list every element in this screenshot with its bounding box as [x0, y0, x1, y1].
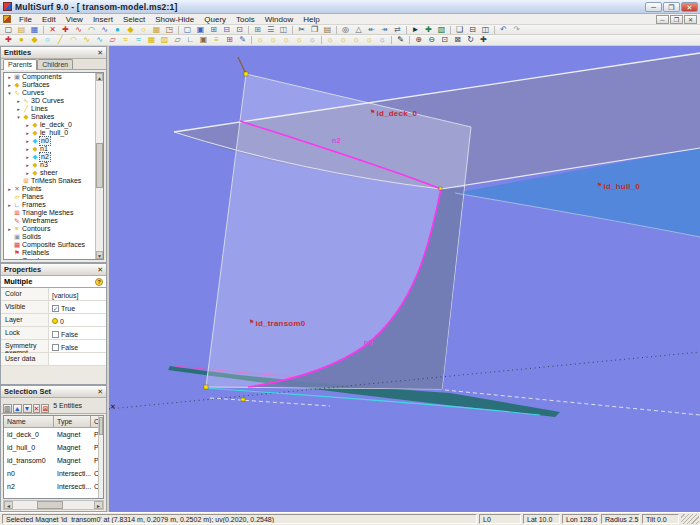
mesh-entity-icon[interactable]: ⊞	[223, 35, 236, 45]
scroll-down-icon[interactable]: ▼	[96, 251, 103, 259]
help-icon[interactable]: ?	[95, 278, 103, 286]
tree-item-lines[interactable]: ▸╱Lines	[4, 105, 103, 113]
trim-surface-icon[interactable]: ◳	[163, 25, 176, 35]
select-pointer-icon[interactable]: ►	[409, 25, 422, 35]
expander-icon[interactable]: ▸	[15, 97, 22, 105]
expander-icon[interactable]: ▸	[6, 201, 13, 209]
visibility-invert-icon[interactable]: ☼	[350, 35, 363, 45]
selection-row-n2[interactable]: n2Intersecti...C	[4, 480, 103, 493]
magnet-point[interactable]	[439, 187, 442, 190]
menu-select[interactable]: Select	[118, 15, 150, 24]
tree-item-trimesh-snakes[interactable]: ⊞TriMesh Snakes	[4, 177, 103, 185]
tree-item-n0[interactable]: ▸◆n0	[4, 137, 103, 145]
property-value[interactable]: [various]	[49, 288, 106, 300]
visibility-layers-icon[interactable]: ☼	[363, 35, 376, 45]
visibility-one-icon[interactable]: ☼	[337, 35, 350, 45]
property-value[interactable]: False	[49, 340, 106, 352]
expander-icon[interactable]: ▸	[24, 145, 31, 153]
column-header-name[interactable]: Name	[4, 416, 54, 428]
expander-icon[interactable]: ▾	[6, 89, 13, 97]
visibility-all-icon[interactable]: ☼	[324, 35, 337, 45]
expander-icon[interactable]: ▸	[6, 81, 13, 89]
menu-query[interactable]: Query	[199, 15, 231, 24]
tab-children[interactable]: Children	[37, 59, 73, 69]
selection-row-id_transom0[interactable]: id_transom0MagnetP	[4, 454, 103, 467]
edit-curve-icon[interactable]: ∿	[72, 25, 85, 35]
menu-show-hide[interactable]: Show-Hide	[150, 15, 199, 24]
window-cascade-icon[interactable]: ❏	[453, 25, 466, 35]
rotate-view-icon[interactable]: △	[352, 25, 365, 35]
selection-remove-icon[interactable]: ✕	[33, 404, 41, 413]
selection-row-n0[interactable]: n0Intersecti...C	[4, 467, 103, 480]
close-button[interactable]: ✕	[681, 2, 698, 12]
expander-icon[interactable]: ▸	[24, 169, 31, 177]
swap-view-icon[interactable]: ⇄	[391, 25, 404, 35]
property-value[interactable]: False	[49, 327, 106, 339]
refit-curve-icon[interactable]: ∿	[98, 25, 111, 35]
ring-entity-icon[interactable]: ○	[41, 35, 54, 45]
minimize-button[interactable]: ─	[645, 2, 662, 12]
property-value[interactable]: ✓True	[49, 301, 106, 313]
bead-entity-icon[interactable]: ●	[15, 35, 28, 45]
checkbox-unchecked-icon[interactable]	[52, 331, 59, 338]
magnet-point[interactable]	[241, 398, 245, 401]
menu-edit[interactable]: Edit	[37, 15, 61, 24]
menu-help[interactable]: Help	[298, 15, 324, 24]
tree-item-relabels[interactable]: ⚑Relabels	[4, 249, 103, 257]
close-icon[interactable]: ✕	[97, 388, 103, 396]
selection-clear-all-icon[interactable]: ⊠	[41, 404, 49, 413]
tree-item-3d-curves[interactable]: ▸∿3D Curves	[4, 97, 103, 105]
bead-tool-icon[interactable]: ●	[111, 25, 124, 35]
plane-entity-icon[interactable]: ▱	[171, 35, 184, 45]
magnet-entity-icon[interactable]: ◆	[28, 35, 41, 45]
corner-point[interactable]	[204, 385, 208, 389]
entities-tree-scrollbar[interactable]: ▲ ▼	[95, 73, 103, 259]
center-view-icon[interactable]: ✚	[477, 35, 490, 45]
close-icon[interactable]: ✕	[97, 49, 103, 57]
expander-icon[interactable]: ▸	[24, 129, 31, 137]
text-label-entity-icon[interactable]: ✎	[236, 35, 249, 45]
scroll-left-icon[interactable]: ◄	[4, 501, 13, 509]
show-all-icon[interactable]: ☼	[254, 35, 267, 45]
menu-view[interactable]: View	[61, 15, 88, 24]
expander-icon[interactable]: ▸	[15, 105, 22, 113]
zoom-fit-icon[interactable]: ⊠	[451, 35, 464, 45]
scroll-right-icon[interactable]: ►	[94, 501, 103, 509]
select-multiple-icon[interactable]: ✚	[422, 25, 435, 35]
show-selected-icon[interactable]: ☼	[267, 35, 280, 45]
selection-columns-icon[interactable]: ▥	[3, 404, 12, 413]
ccurve-entity-icon[interactable]: ∿	[93, 35, 106, 45]
pan-left-icon[interactable]: ↞	[365, 25, 378, 35]
display-list-icon[interactable]: ☰	[264, 25, 277, 35]
zoom-area-icon[interactable]: ◎	[339, 25, 352, 35]
window-tile-vertical-icon[interactable]: ◫	[479, 25, 492, 35]
scrollbar-thumb[interactable]	[99, 417, 103, 435]
resize-grip[interactable]	[681, 514, 699, 524]
tree-item-triangle-meshes[interactable]: ⊞Triangle Meshes	[4, 209, 103, 217]
expander-icon[interactable]: ▾	[15, 113, 22, 121]
tree-item-le-hull-0[interactable]: ▸◆le_hull_0	[4, 129, 103, 137]
tree-item-n1[interactable]: ▸◆n1	[4, 145, 103, 153]
column-header-type[interactable]: Type	[54, 416, 91, 428]
undo-icon[interactable]: ↶	[497, 25, 510, 35]
tree-item-planes[interactable]: ▱Planes	[4, 193, 103, 201]
expander-icon[interactable]: ▸	[24, 137, 31, 145]
expander-icon[interactable]: ▸	[24, 161, 31, 169]
maximize-button[interactable]: ❐	[663, 2, 680, 12]
delete-entity-icon[interactable]: ✕	[46, 25, 59, 35]
tree-item-composite-surfaces[interactable]: ▦Composite Surfaces	[4, 241, 103, 249]
pan-right-icon[interactable]: ↠	[378, 25, 391, 35]
tree-item-curves[interactable]: ▾∿Curves	[4, 89, 103, 97]
layout-columns-icon[interactable]: ◫	[277, 25, 290, 35]
checkbox-checked-icon[interactable]: ✓	[52, 305, 59, 312]
arc-entity-icon[interactable]: ◠	[67, 35, 80, 45]
close-icon[interactable]: ✕	[97, 266, 103, 274]
selection-move-up-icon[interactable]: ▲	[13, 404, 22, 413]
tree-item-snakes[interactable]: ▾◆Snakes	[4, 113, 103, 121]
surface-tool-icon[interactable]: ▦	[150, 25, 163, 35]
child-minimize-button[interactable]: ─	[656, 15, 669, 24]
scrollbar-thumb[interactable]	[37, 501, 63, 509]
redo-icon[interactable]: ↷	[510, 25, 523, 35]
solid-entity-icon[interactable]: ▣	[197, 35, 210, 45]
ruled-surface-icon[interactable]: ▨	[158, 35, 171, 45]
